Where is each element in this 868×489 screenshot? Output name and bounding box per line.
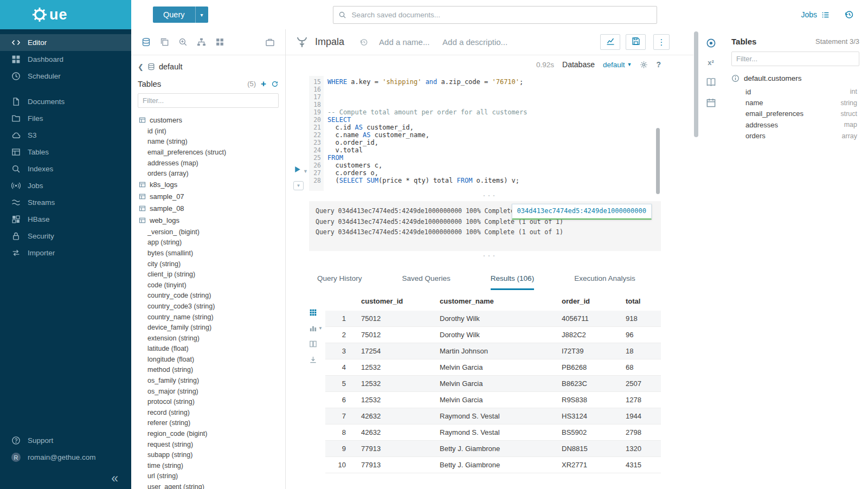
assist-column-name[interactable]: namestring <box>726 97 859 108</box>
resize-handle[interactable] <box>286 191 693 198</box>
page-scrollbar-thumb[interactable] <box>694 31 698 137</box>
sidebar-item-jobs[interactable]: Jobs <box>0 177 131 194</box>
result-row[interactable]: 977913Betty J. GiambroneDN88151320 <box>325 441 661 457</box>
result-row[interactable]: 275012Dorothy WilkJ882C296 <box>325 327 661 343</box>
active-table-row[interactable]: default.customers <box>731 74 859 82</box>
sidebar-item-s3[interactable]: S3 <box>0 127 131 144</box>
tab-results-106[interactable]: Results (106) <box>491 274 534 290</box>
column-item[interactable]: email_preferences (struct) <box>131 147 285 158</box>
column-item[interactable]: record (string) <box>131 407 285 418</box>
column-item[interactable]: orders (array) <box>131 168 285 179</box>
query-history-icon[interactable] <box>359 38 368 47</box>
column-item[interactable]: _version_ (bigint) <box>131 227 285 237</box>
hue-logo[interactable]: ue <box>0 0 131 29</box>
language-reference-icon[interactable] <box>706 77 716 87</box>
add-icon[interactable]: + <box>261 79 266 88</box>
tab-saved-queries[interactable]: Saved Queries <box>402 274 451 290</box>
sidebar-item-indexes[interactable]: Indexes <box>0 160 131 177</box>
execute-button[interactable] <box>293 165 302 174</box>
table-item-web-logs[interactable]: web_logs <box>131 215 285 227</box>
column-item[interactable]: id (int) <box>131 126 285 137</box>
result-row[interactable]: 175012Dorothy Wilk4056711918 <box>325 311 661 327</box>
table-item-sample-07[interactable]: sample_07 <box>131 191 285 203</box>
sql-code-editor[interactable]: WHERE a.key = 'shipping' and a.zip_code … <box>324 76 693 191</box>
table-item-customers[interactable]: customers <box>131 114 285 126</box>
breadcrumb-database[interactable]: default <box>159 62 183 71</box>
column-item[interactable]: device_family (string) <box>131 322 285 333</box>
columns-toggle-icon[interactable] <box>309 340 317 348</box>
column-item[interactable]: time (string) <box>131 460 285 471</box>
column-item[interactable]: user_agent (string) <box>131 481 285 489</box>
query-id-popover[interactable]: 034d413ec7474ed5:4249de1000000000 <box>512 204 652 220</box>
result-row[interactable]: 317254Martin JohnsonI72T3918 <box>325 343 661 359</box>
column-item[interactable]: extension (string) <box>131 333 285 344</box>
column-item[interactable]: region_code (bigint) <box>131 428 285 439</box>
tab-execution-analysis[interactable]: Execution Analysis <box>574 274 635 290</box>
chart-button[interactable] <box>600 34 620 50</box>
assist-column-email-preferences[interactable]: email_preferencesstruct <box>726 108 859 119</box>
help-icon[interactable]: ? <box>656 60 661 69</box>
column-item[interactable]: longitude (float) <box>131 354 285 365</box>
refresh-icon[interactable] <box>271 80 279 88</box>
jobs-link[interactable]: Jobs <box>801 10 830 20</box>
sidebar-item-hbase[interactable]: HBase <box>0 211 131 228</box>
column-item[interactable]: request (string) <box>131 439 285 450</box>
schedule-icon[interactable] <box>706 98 716 108</box>
right-filter-input[interactable] <box>731 52 859 66</box>
column-item[interactable]: os_family (string) <box>131 375 285 386</box>
editor-scrollbar[interactable] <box>656 128 660 194</box>
briefcase-icon[interactable] <box>265 37 275 47</box>
execute-options-icon[interactable]: ▼ <box>303 169 308 174</box>
column-item[interactable]: os_major (string) <box>131 386 285 397</box>
collapse-sidebar-button[interactable]: « <box>0 466 131 486</box>
column-item[interactable]: protocol (string) <box>131 396 285 407</box>
sitemap-icon[interactable] <box>197 37 206 47</box>
sidebar-item-files[interactable]: Files <box>0 110 131 127</box>
result-row[interactable]: 412532Melvin GarciaPB626868 <box>325 359 661 376</box>
table-item-sample-08[interactable]: sample_08 <box>131 203 285 215</box>
snippet-settings-icon[interactable]: ▼ <box>293 181 304 190</box>
gear-icon[interactable] <box>640 61 648 69</box>
sidebar-item-user[interactable]: R romain@gethue.com <box>0 449 131 466</box>
sidebar-item-importer[interactable]: Importer <box>0 244 131 261</box>
column-item[interactable]: app (string) <box>131 237 285 248</box>
kebab-menu-button[interactable]: ⋮ <box>653 34 670 50</box>
functions-icon[interactable]: x² <box>708 59 714 67</box>
result-row[interactable]: 612532Melvin GarciaR9S8381278 <box>325 392 661 408</box>
documents-source-icon[interactable] <box>160 37 169 47</box>
result-row[interactable]: 742632Raymond S. VestalHS31241944 <box>325 408 661 424</box>
query-dropdown-button[interactable]: ▾ <box>195 7 208 23</box>
tab-query-history[interactable]: Query History <box>317 274 362 290</box>
column-item[interactable]: addresses (map) <box>131 158 285 169</box>
query-button[interactable]: Query <box>153 7 195 23</box>
column-item[interactable]: name (string) <box>131 137 285 147</box>
column-item[interactable]: url (string) <box>131 471 285 482</box>
column-item[interactable]: referer (string) <box>131 418 285 429</box>
search-plus-icon[interactable] <box>178 37 188 47</box>
column-item[interactable]: code (tinyint) <box>131 280 285 291</box>
apps-grid-icon[interactable] <box>215 37 224 47</box>
assist-column-id[interactable]: idint <box>726 86 859 97</box>
assist-column-addresses[interactable]: addressesmap <box>726 119 859 130</box>
sidebar-item-support[interactable]: Support <box>0 432 131 449</box>
column-item[interactable]: latitude (float) <box>131 344 285 355</box>
column-item[interactable]: country_name (string) <box>131 312 285 323</box>
history-icon[interactable] <box>844 10 854 20</box>
assist-column-orders[interactable]: ordersarray <box>726 131 859 141</box>
back-chevron-icon[interactable]: ❮ <box>138 63 144 71</box>
database-source-icon[interactable] <box>142 37 151 47</box>
search-input[interactable] <box>333 6 657 24</box>
query-name-input[interactable] <box>379 37 436 47</box>
result-row[interactable]: 842632Raymond S. VestalBS59022798 <box>325 424 661 441</box>
chart-view-control[interactable]: ▼ <box>309 324 323 332</box>
sidebar-item-dashboard[interactable]: Dashboard <box>0 51 131 68</box>
column-item[interactable]: city (string) <box>131 259 285 269</box>
result-row[interactable]: 1077913Betty J. GiambroneXR27714315 <box>325 457 661 473</box>
column-item[interactable]: country_code (string) <box>131 291 285 301</box>
grid-view-icon[interactable] <box>309 308 317 317</box>
result-row[interactable]: 512532Melvin GarciaB8623C2507 <box>325 376 661 392</box>
column-item[interactable]: method (string) <box>131 365 285 376</box>
sidebar-item-security[interactable]: Security <box>0 228 131 244</box>
column-item[interactable]: subapp (string) <box>131 449 285 460</box>
download-icon[interactable] <box>309 356 317 364</box>
